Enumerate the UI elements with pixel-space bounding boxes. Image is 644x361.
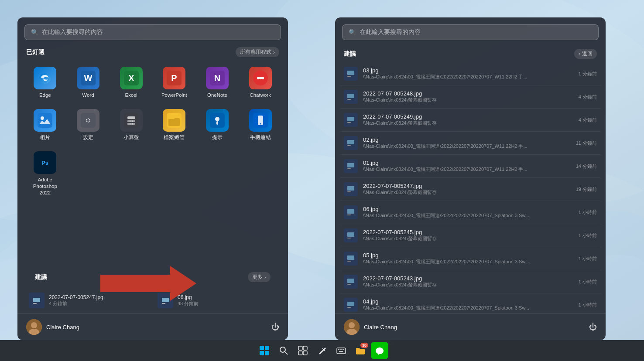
svg-point-17 [261,77,264,79]
more-label: 更多 [252,273,263,281]
suggestion-list-item-4[interactable]: 01.jpg \\Nas-Claire\inx0824\00_電腦王阿達\202… [339,154,602,177]
list-item-info-6: 06.jpg \\Nas-Claire\inx0824\00_電腦王阿達\202… [363,206,570,219]
app-onenote[interactable]: N OneNote [197,62,238,103]
list-item-name-1: 2022-07-07-005248.jpg [363,90,570,97]
svg-rect-75 [347,238,351,238]
svg-rect-89 [265,346,269,350]
svg-rect-46 [162,303,165,304]
suggestion-list-item-8[interactable]: 05.jpg \\Nas-Claire\inx0824\00_電腦王阿達\202… [339,247,602,270]
svg-rect-104 [356,349,365,354]
suggestion-list-item-9[interactable]: 2022-07-07-005243.jpg \\Nas-Claire\inx08… [339,270,602,293]
app-photos[interactable]: 相片 [24,105,66,145]
svg-rect-99 [337,348,346,354]
app-calc[interactable]: 小算盤 [110,105,152,145]
app-settings[interactable]: 設定 [68,105,109,145]
svg-rect-45 [162,298,169,302]
svg-rect-81 [347,284,351,285]
app-tips[interactable]: 提示 [197,105,238,145]
svg-rect-60 [347,122,351,123]
suggestion-list-item-10[interactable]: 04.jpg \\Nas-Claire\inx0824\00_電腦王阿達\202… [339,293,602,313]
tips-icon [206,109,229,132]
user-info-left[interactable]: Claire Chang [26,319,79,335]
power-button-left[interactable]: ⏻ [271,323,279,332]
taskbar-keyboard-icon[interactable] [332,342,350,359]
svg-text:W: W [84,73,92,83]
user-info-right[interactable]: Claire Chang [344,319,397,335]
svg-rect-78 [347,261,351,262]
svg-rect-103 [339,351,343,352]
search-bar-right[interactable]: 🔍 在此輸入要搜尋的內容 [342,24,599,40]
back-button[interactable]: ‹ 返回 [574,49,597,59]
app-excel[interactable]: X Excel [110,62,152,103]
list-item-time-6: 1 小時前 [579,209,597,216]
all-apps-button[interactable]: 所有應用程式 › [236,47,279,57]
list-file-icon-1 [344,90,358,104]
svg-rect-77 [347,255,354,260]
list-item-path-6: \\Nas-Claire\inx0824\00_電腦王阿達\2022\20220… [363,212,570,219]
svg-rect-26 [132,120,135,122]
svg-point-92 [280,347,285,352]
list-file-icon-0 [344,67,358,81]
search-icon-left: 🔍 [31,29,38,36]
list-item-name-3: 02.jpg [363,136,567,143]
svg-point-19 [41,116,44,120]
suggestion-list-item-6[interactable]: 06.jpg \\Nas-Claire\inx0824\00_電腦王阿達\202… [339,201,602,224]
taskbar-taskview-icon[interactable] [294,342,312,359]
suggestion-list-item-5[interactable]: 2022-07-07-005247.jpg \\Nas-Claire\inx08… [339,177,602,201]
svg-point-21 [87,119,89,122]
search-placeholder-right: 在此輸入要搜尋的內容 [360,28,421,36]
svg-point-5 [39,73,51,84]
suggestion-item-1[interactable]: 06.jpg 48 分鐘前 [153,289,281,312]
list-item-path-4: \\Nas-Claire\inx0824\00_電腦王阿達\2022\20220… [363,166,567,173]
app-word[interactable]: W Word [68,62,109,103]
app-powerpoint[interactable]: P PowerPoint [154,62,195,103]
search-bar-left[interactable]: 🔍 在此輸入要搜尋的內容 [24,24,281,40]
svg-point-86 [349,322,355,328]
calc-label: 小算盤 [123,134,139,141]
svg-point-38 [260,123,261,124]
start-menu-left: 🔍 在此輸入要搜尋的內容 已釘選 所有應用程式 › Edge W Word [17,17,288,340]
taskbar: 30 [0,340,644,361]
power-button-right[interactable]: ⏻ [589,323,597,332]
suggestion-list-item-3[interactable]: 02.jpg \\Nas-Claire\inx0824\00_電腦王阿達\202… [339,131,602,154]
svg-rect-84 [347,307,351,308]
list-item-info-4: 01.jpg \\Nas-Claire\inx0824\00_電腦王阿達\202… [363,160,567,173]
list-item-info-9: 2022-07-07-005243.jpg \\Nas-Claire\inx08… [363,275,570,288]
phone-icon [249,109,272,132]
more-button[interactable]: 更多 › [248,272,271,282]
suggestion-list-item-7[interactable]: 2022-07-07-005245.jpg \\Nas-Claire\inx08… [339,224,602,247]
list-item-name-5: 2022-07-07-005247.jpg [363,183,567,189]
list-item-info-2: 2022-07-07-005249.jpg \\Nas-Claire\inx08… [363,113,570,126]
taskbar-folder-icon[interactable]: 30 [352,342,369,359]
svg-point-34 [215,117,219,121]
svg-text:P: P [171,73,177,83]
taskbar-search-icon[interactable] [275,342,292,359]
taskbar-badge: 30 [360,343,368,348]
app-explorer[interactable]: 檔案總管 [154,105,195,145]
app-chatwork[interactable]: Chatwork [240,62,281,103]
list-file-icon-8 [344,252,358,266]
app-edge[interactable]: Edge [24,62,66,103]
svg-text:N: N [214,73,220,83]
app-phone[interactable]: 手機連結 [240,105,281,145]
onenote-label: OneNote [207,92,227,99]
app-photoshop[interactable]: Ps Adobe Photoshop 2022 [24,147,66,201]
taskbar-line-icon[interactable] [371,342,388,359]
app-grid: Edge W Word X Excel P PowerPoint N [17,61,288,202]
suggestion-list-item-1[interactable]: 2022-07-07-005248.jpg \\Nas-Claire\inx08… [339,85,602,108]
taskbar-pen-icon[interactable] [313,342,331,359]
svg-rect-35 [216,121,218,125]
svg-rect-100 [338,349,339,350]
user-footer-right: Claire Chang ⏻ [335,313,606,340]
svg-rect-29 [132,123,135,125]
svg-rect-32 [168,116,175,119]
taskbar-windows-icon[interactable] [256,342,273,359]
list-item-path-1: \\Nas-Claire\inx0824\螢幕截圖暫存 [363,97,570,103]
suggestion-list-item-2[interactable]: 2022-07-07-005249.jpg \\Nas-Claire\inx08… [339,108,602,131]
svg-rect-71 [347,209,354,214]
suggestion-item-0[interactable]: 2022-07-07-005247.jpg 4 分鐘前 [24,289,152,312]
suggestion-list-item-0[interactable]: 03.jpg \\Nas-Claire\inx0824\00_電腦王阿達\202… [339,62,602,85]
svg-rect-42 [33,298,40,302]
svg-rect-68 [347,186,354,191]
list-item-info-7: 2022-07-07-005245.jpg \\Nas-Claire\inx08… [363,229,570,242]
